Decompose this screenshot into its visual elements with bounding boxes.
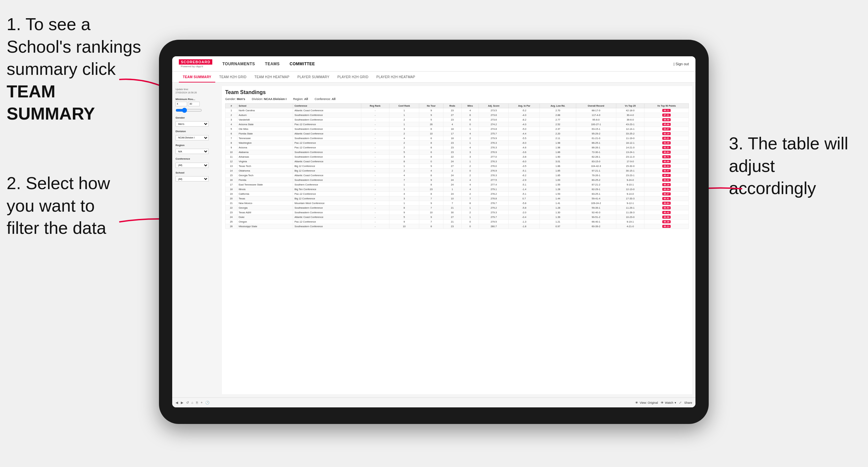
table-cell: 23-11-0 (616, 155, 645, 159)
table-cell: 279.9 (479, 136, 509, 141)
table-cell: 1.98 (540, 146, 576, 150)
add-icon[interactable]: + (201, 401, 203, 404)
table-cell: 3 (461, 155, 479, 159)
school-select[interactable]: (All) (176, 176, 209, 182)
table-cell: Pac-12 Conference (293, 220, 361, 224)
table-cell: 61-21-0 (576, 136, 616, 141)
nav-tournaments[interactable]: TOURNAMENTS (222, 62, 255, 66)
reload-icon[interactable]: ↺ (186, 401, 189, 404)
table-cell: 9-10-1 (616, 183, 645, 187)
table-cell: 278.8 (479, 196, 509, 201)
table-cell: New Mexico (237, 201, 293, 206)
subnav-player-summary[interactable]: PLAYER SUMMARY (293, 72, 334, 83)
table-cell: 278.7 (479, 201, 509, 206)
table-cell: -8.2 (509, 118, 540, 122)
table-row: 16FloridaSoutheastern Conference-7924427… (225, 178, 689, 183)
table-cell: - (361, 118, 389, 122)
table-cell: - (361, 215, 389, 220)
resize-icon[interactable]: ⤢ (679, 401, 682, 404)
step3-line2: adjust accordingly (729, 155, 861, 200)
table-cell: 1.39 (540, 215, 576, 220)
nav-teams[interactable]: TEAMS (265, 62, 280, 66)
eye-icon: 👁 (661, 401, 664, 404)
table-cell: 278.2 (479, 192, 509, 196)
table-cell: 276.0 (479, 164, 509, 168)
table-cell: 80.34 (645, 187, 689, 192)
table-cell: 2 (389, 118, 419, 122)
division-select[interactable]: NCAA Division I NCAA Division II NCAA Di… (176, 135, 209, 141)
nav-committee[interactable]: COMMITTEE (290, 62, 315, 66)
table-cell: 80.91 (645, 196, 689, 201)
table-cell: Duke (237, 215, 293, 220)
home-icon[interactable]: ⌂ (191, 401, 193, 404)
table-cell: 1 (443, 187, 461, 192)
conference-select[interactable]: (All) (176, 163, 209, 168)
table-cell: 80.13 (645, 224, 689, 229)
table-cell: 80.02 (645, 178, 689, 183)
table-cell: 279.2 (479, 206, 509, 210)
table-cell: 95-6-0 (576, 118, 616, 122)
table-cell: Southeastern Conference (293, 113, 361, 118)
table-cell: 23 (443, 118, 461, 122)
table-cell: 24 (443, 173, 461, 178)
table-cell: 2 (461, 136, 479, 141)
table-cell: 4 (443, 122, 461, 127)
subnav-player-h2h-heatmap[interactable]: PLAYER H2H HEATMAP (372, 72, 419, 83)
table-cell: 276.3 (479, 141, 509, 146)
table-row: 19CaliforniaPac-12 Conference-48242278.2… (225, 192, 689, 196)
copy-icon[interactable]: ⎘ (196, 401, 198, 404)
table-cell: Southeastern Conference (293, 150, 361, 155)
rank-slider[interactable] (176, 109, 202, 112)
share-button[interactable]: Share (684, 401, 692, 404)
table-cell: 2 (389, 141, 419, 146)
col-vs-top25: Vs Top 25 (616, 104, 645, 108)
rank-from-input[interactable] (176, 102, 187, 106)
table-cell: - (361, 224, 389, 229)
table-cell: 82.21 (645, 146, 689, 150)
subnav-player-h2h-grid[interactable]: PLAYER H2H GRID (334, 72, 373, 83)
table-cell: 4-21-0 (616, 224, 645, 229)
region-select[interactable]: N/A All (176, 149, 209, 154)
step2-line1: 2. Select how (7, 172, 132, 195)
table-cell: - (361, 206, 389, 210)
table-cell: 17 (225, 183, 238, 187)
table-cell: 276.3 (479, 146, 509, 150)
table-cell: 1.28 (540, 187, 576, 192)
filter-minimum-rank: Minimum Rou... (176, 98, 219, 113)
table-cell: 10-23-0 (616, 215, 645, 220)
table-cell: 3 (461, 150, 479, 155)
subnav-team-h2h-heatmap[interactable]: TEAM H2H HEATMAP (250, 72, 293, 83)
gender-select[interactable]: Men's Women's (176, 121, 209, 126)
clock-icon[interactable]: 🕐 (205, 401, 209, 404)
table-cell: - (361, 201, 389, 206)
table-cell: - (361, 178, 389, 183)
subnav-team-summary[interactable]: TEAM SUMMARY (179, 72, 215, 83)
subnav-team-h2h-grid[interactable]: TEAM H2H GRID (215, 72, 250, 83)
table-cell: 14 (225, 168, 238, 173)
table-row: 20TexasBig 12 Conference-37107278.80.71.… (225, 196, 689, 201)
table-cell: -6.0 (509, 159, 540, 164)
table-cell: 6 (419, 136, 443, 141)
sign-out[interactable]: | Sign out (674, 62, 689, 66)
view-original-button[interactable]: 👁 View: Original (635, 401, 658, 404)
table-cell: -4.4 (509, 131, 540, 136)
col-rank: # (225, 104, 238, 108)
table-cell: 66-40-1 (576, 220, 616, 224)
standings-table: # School Conference Reg Rank Conf Rank N… (225, 103, 689, 229)
watch-button[interactable]: 👁 Watch ▾ (661, 401, 676, 404)
forward-icon[interactable]: ▶ (181, 401, 183, 404)
navbar: SCOREBOARD Powered by clipp'd TOURNAMENT… (172, 56, 695, 71)
table-row: 9ArizonaPac-12 Conference-28234276.3-4.6… (225, 146, 689, 150)
table-cell: Washington (237, 141, 293, 146)
table-cell: 1 (461, 127, 479, 131)
rank-to-input[interactable] (188, 102, 200, 106)
table-cell: 1.21 (540, 220, 576, 224)
back-icon[interactable]: ◀ (176, 401, 178, 404)
table-cell: 3 (389, 155, 419, 159)
table-cell: 59-41-4 (576, 196, 616, 201)
filter-division: Division NCAA Division I NCAA Division I… (176, 130, 219, 141)
filter-gender-display: Gender: Men's (225, 97, 245, 101)
table-cell: -5.1 (509, 183, 540, 187)
table-cell: Atlantic Coast Conference (293, 159, 361, 164)
table-cell: 2 (389, 131, 419, 136)
